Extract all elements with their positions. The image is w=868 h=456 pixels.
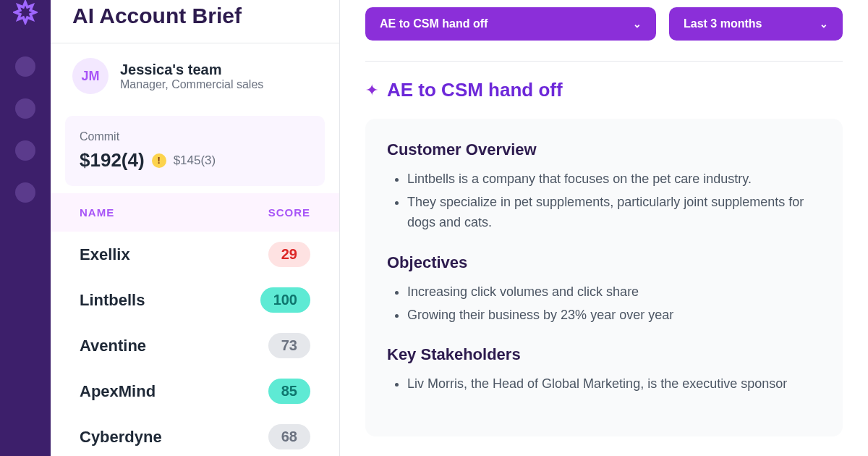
table-header: NAME SCORE — [51, 193, 339, 232]
brief-section-title: Key Stakeholders — [387, 345, 821, 364]
page-title: AI Account Brief — [51, 0, 339, 43]
team-role: Manager, Commercial sales — [120, 78, 263, 91]
list-item: They specialize in pet supplements, part… — [407, 193, 821, 233]
team-name: Jessica's team — [120, 62, 263, 78]
avatar: JM — [72, 58, 109, 94]
nav-item[interactable] — [15, 56, 35, 77]
table-row[interactable]: Exellix 29 — [51, 232, 339, 277]
brief-heading-text: AE to CSM hand off — [387, 79, 563, 101]
score-badge: 29 — [268, 242, 310, 267]
filter-bar: AE to CSM hand off ⌄ Last 3 months ⌄ — [365, 7, 843, 62]
list-item: Liv Morris, the Head of Global Marketing… — [407, 374, 821, 394]
sparkle-icon: ✦ — [365, 81, 378, 100]
table-row[interactable]: Cyberdyne 68 — [51, 414, 339, 456]
commit-value: $192(4) — [80, 149, 145, 172]
row-name: Cyberdyne — [80, 428, 162, 447]
commit-label: Commit — [80, 130, 310, 143]
view-filter[interactable]: AE to CSM hand off ⌄ — [365, 7, 656, 41]
list-item: Lintbells is a company that focuses on t… — [407, 169, 821, 190]
sidebar — [0, 0, 51, 456]
row-name: ApexMind — [80, 382, 156, 401]
row-name: Lintbells — [80, 291, 145, 310]
brief-section-title: Customer Overview — [387, 140, 821, 159]
table-row[interactable]: ApexMind 85 — [51, 368, 339, 414]
brief-list: Lintbells is a company that focuses on t… — [387, 169, 821, 233]
brief-card: Customer Overview Lintbells is a company… — [365, 119, 843, 436]
row-name: Aventine — [80, 337, 146, 355]
nav-item[interactable] — [15, 182, 35, 203]
row-name: Exellix — [80, 245, 130, 264]
chevron-down-icon: ⌄ — [820, 18, 828, 30]
score-badge: 68 — [268, 424, 310, 449]
list-item: Increasing click volumes and click share — [407, 282, 821, 303]
nav-item[interactable] — [15, 140, 35, 161]
chevron-down-icon: ⌄ — [633, 18, 642, 30]
warning-icon: ! — [152, 153, 166, 168]
brief-section-title: Objectives — [387, 253, 821, 272]
col-name: NAME — [80, 206, 114, 219]
left-panel: AI Account Brief JM Jessica's team Manag… — [51, 0, 340, 456]
table-row[interactable]: Lintbells 100 — [51, 277, 339, 323]
brief-section: Customer Overview Lintbells is a company… — [387, 140, 821, 233]
app-logo-icon — [13, 0, 38, 28]
range-filter[interactable]: Last 3 months ⌄ — [669, 7, 843, 41]
nav-item[interactable] — [15, 98, 35, 119]
filter-label: AE to CSM hand off — [380, 17, 488, 30]
col-score: SCORE — [268, 206, 310, 219]
table-row[interactable]: Aventine 73 — [51, 323, 339, 368]
filter-label: Last 3 months — [684, 17, 762, 30]
list-item: Growing their business by 23% year over … — [407, 305, 821, 326]
brief-heading: ✦ AE to CSM hand off — [365, 62, 843, 119]
brief-section: Objectives Increasing click volumes and … — [387, 253, 821, 326]
score-badge: 73 — [268, 333, 310, 358]
brief-section: Key Stakeholders Liv Morris, the Head of… — [387, 345, 821, 394]
score-badge: 85 — [268, 379, 310, 404]
brief-list: Liv Morris, the Head of Global Marketing… — [387, 374, 821, 394]
commit-secondary: $145(3) — [174, 153, 216, 168]
score-badge: 100 — [260, 287, 310, 313]
brief-list: Increasing click volumes and click share… — [387, 282, 821, 326]
right-panel: AE to CSM hand off ⌄ Last 3 months ⌄ ✦ A… — [340, 0, 868, 456]
commit-card: Commit $192(4) ! $145(3) — [65, 116, 325, 186]
team-section: JM Jessica's team Manager, Commercial sa… — [51, 43, 339, 109]
